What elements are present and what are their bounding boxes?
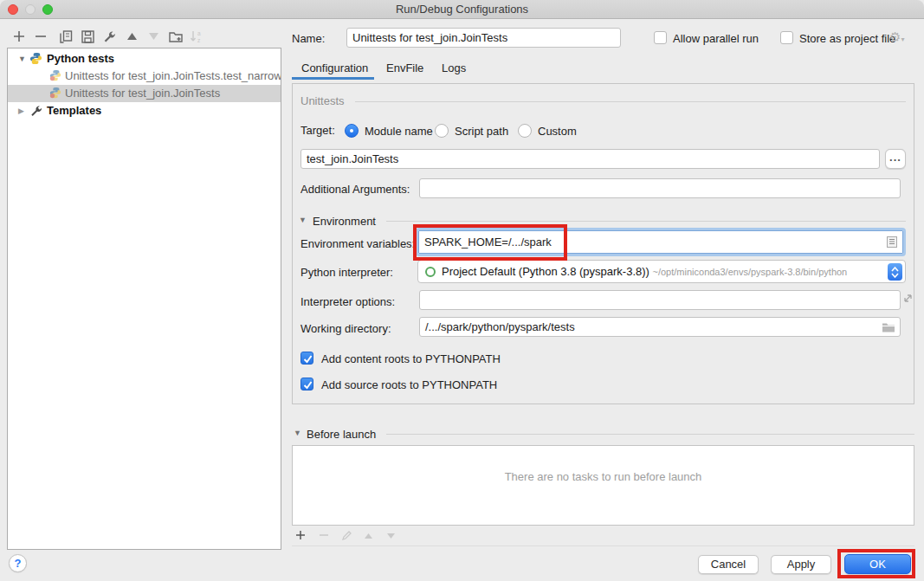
zoom-window-button[interactable] [42, 4, 53, 15]
interpreter-options-input[interactable] [419, 290, 901, 310]
environment-section-title: Environment [313, 215, 376, 228]
before-launch-title: Before launch [307, 428, 376, 441]
tab-logs[interactable]: Logs [442, 61, 466, 74]
python-interpreter-value: Project Default (Python 3.8 (pyspark-3.8… [442, 265, 649, 278]
sort-configurations-icon[interactable]: az [189, 29, 203, 43]
additional-arguments-input[interactable] [419, 178, 901, 198]
add-content-roots-label[interactable]: Add content roots to PYTHONPATH [321, 352, 501, 365]
tree-item-label: Unittests for test_join.JoinTests [65, 85, 220, 102]
apply-button[interactable]: Apply [771, 555, 831, 574]
remove-task-icon[interactable] [318, 529, 330, 541]
add-configuration-icon[interactable] [12, 29, 26, 43]
footer-separator [292, 545, 914, 546]
configurations-tree: ▼ Python tests Unittests for test_join.J… [7, 48, 281, 550]
chevron-expanded-icon[interactable]: ▼ [18, 50, 26, 68]
add-source-roots-checkbox[interactable] [300, 378, 313, 391]
close-window-button[interactable] [8, 4, 18, 15]
target-label: Target: [300, 124, 335, 137]
name-input[interactable]: Unittests for test_join.JoinTests [346, 28, 621, 48]
gear-icon[interactable]: ⚙▾ [889, 31, 904, 46]
browse-variables-icon[interactable] [887, 236, 897, 248]
move-up-icon[interactable] [125, 29, 139, 43]
python-interpreter-label: Python interpreter: [300, 266, 393, 279]
cancel-button[interactable]: Cancel [698, 555, 759, 574]
select-stepper-icon[interactable] [888, 263, 902, 281]
environment-section-rule [386, 221, 906, 222]
move-down-icon[interactable] [146, 29, 160, 43]
group-title-rule [355, 101, 906, 102]
radio-custom[interactable] [518, 124, 532, 138]
chevron-collapsed-icon[interactable]: ▶ [18, 102, 24, 119]
conda-env-icon [425, 267, 436, 277]
tab-configuration[interactable]: Configuration [301, 61, 368, 74]
save-configuration-icon[interactable] [81, 29, 94, 43]
svg-text:a: a [197, 30, 201, 36]
tree-item-label: Unittests for test_join.JoinTests.test_n… [65, 68, 281, 85]
check-icon [302, 353, 313, 365]
help-button[interactable]: ? [9, 554, 27, 572]
remove-configuration-icon[interactable] [34, 29, 48, 43]
python-test-icon [49, 69, 61, 85]
python-interpreter-path: ~/opt/miniconda3/envs/pyspark-3.8/bin/py… [653, 267, 848, 277]
minimize-window-button[interactable] [25, 4, 36, 15]
tree-item-label: Templates [47, 102, 101, 119]
additional-arguments-label: Additional Arguments: [300, 183, 410, 196]
run-debug-configurations-dialog: Run/Debug Configurations az ▼ Python tes… [0, 0, 924, 581]
move-task-up-icon[interactable] [362, 530, 374, 542]
radio-script-path[interactable] [435, 124, 449, 138]
edit-task-icon[interactable] [340, 529, 352, 541]
title-bar: Run/Debug Configurations [0, 0, 924, 19]
allow-parallel-run-checkbox[interactable] [654, 31, 667, 44]
window-title: Run/Debug Configurations [0, 0, 924, 18]
add-task-icon[interactable] [294, 529, 307, 541]
add-content-roots-checkbox[interactable] [300, 352, 313, 365]
environment-variables-label: Environment variables: [300, 237, 415, 250]
python-test-icon [49, 87, 61, 102]
tree-item-unittest-narrow[interactable]: Unittests for test_join.JoinTests.test_n… [8, 68, 281, 85]
new-folder-icon[interactable] [169, 29, 183, 43]
svg-text:z: z [197, 37, 200, 43]
interpreter-options-label: Interpreter options: [300, 295, 395, 308]
python-interpreter-select[interactable]: Project Default (Python 3.8 (pyspark-3.8… [417, 260, 906, 283]
check-icon [302, 379, 313, 391]
radio-module-name[interactable] [345, 124, 359, 138]
wrench-icon [30, 104, 43, 119]
tree-item-templates[interactable]: ▶ Templates [8, 102, 281, 119]
allow-parallel-run-label: Allow parallel run [673, 32, 759, 45]
active-tab-underline [292, 77, 374, 80]
copy-configuration-icon[interactable] [59, 29, 73, 43]
highlight-env-vars-annotation [413, 224, 567, 261]
working-directory-input[interactable]: /.../spark/python/pyspark/tests [419, 317, 901, 337]
expand-field-icon[interactable] [902, 293, 914, 304]
unittests-group-title: Unittests [300, 94, 345, 107]
folder-browse-icon[interactable] [882, 321, 895, 332]
move-task-down-icon[interactable] [384, 530, 397, 542]
tree-item-label: Python tests [47, 50, 114, 68]
radio-custom-label[interactable]: Custom [538, 125, 577, 138]
highlight-ok-annotation [837, 549, 915, 578]
target-input[interactable]: test_join.JoinTests [300, 149, 880, 169]
store-as-project-file-label: Store as project file [799, 32, 895, 45]
tree-item-python-tests[interactable]: ▼ Python tests [8, 50, 281, 68]
radio-module-name-label[interactable]: Module name [365, 125, 433, 138]
before-launch-empty-text: There are no tasks to run before launch [293, 470, 914, 483]
python-icon [29, 52, 42, 68]
tab-envfile[interactable]: EnvFile [386, 61, 423, 74]
before-launch-task-list: There are no tasks to run before launch [292, 445, 914, 526]
environment-collapse-icon[interactable]: ▼ [299, 216, 307, 224]
before-launch-collapse-icon[interactable]: ▼ [294, 429, 301, 437]
working-directory-label: Working directory: [300, 322, 391, 335]
name-label: Name: [292, 32, 325, 45]
before-launch-rule [386, 434, 914, 435]
tree-item-unittest-jointests-selected[interactable]: Unittests for test_join.JoinTests [8, 85, 281, 102]
store-as-project-file-checkbox[interactable] [780, 31, 793, 44]
radio-script-path-label[interactable]: Script path [455, 125, 508, 138]
add-source-roots-label[interactable]: Add source roots to PYTHONPATH [321, 378, 497, 391]
browse-button[interactable]: ... [885, 149, 906, 169]
edit-templates-icon[interactable] [103, 29, 117, 43]
